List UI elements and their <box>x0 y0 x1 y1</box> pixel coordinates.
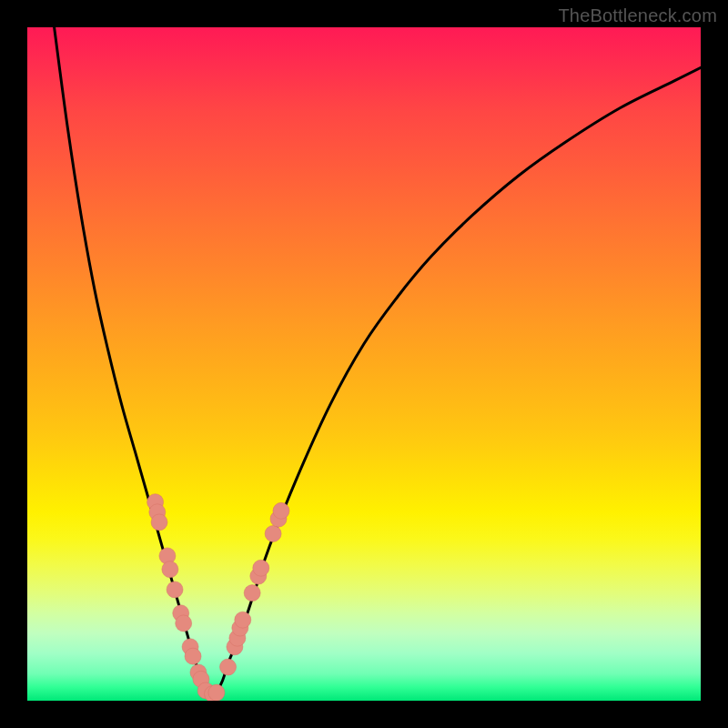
data-markers <box>147 494 289 701</box>
data-marker <box>167 581 183 598</box>
data-marker <box>185 648 201 664</box>
curve-layer <box>27 27 701 701</box>
data-marker <box>220 659 237 675</box>
data-marker <box>235 612 251 628</box>
watermark-text: TheBottleneck.com <box>558 5 717 26</box>
v-curve <box>55 27 701 694</box>
data-marker <box>176 615 192 632</box>
data-marker <box>265 525 281 541</box>
data-marker <box>273 502 289 519</box>
data-marker <box>162 561 178 578</box>
data-marker <box>151 514 167 531</box>
data-marker <box>244 585 260 602</box>
data-marker <box>253 560 269 576</box>
curve-right-branch <box>216 67 701 693</box>
chart-frame: TheBottleneck.com <box>0 0 728 728</box>
plot-area <box>27 27 701 701</box>
curve-left-branch <box>55 27 207 694</box>
data-marker <box>208 684 225 701</box>
